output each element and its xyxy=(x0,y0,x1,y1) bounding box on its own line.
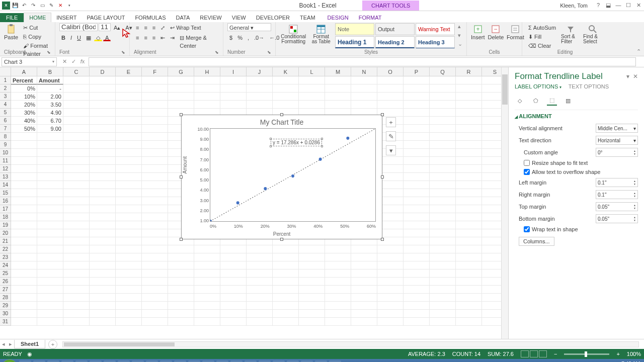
cell[interactable] xyxy=(377,84,404,93)
cell[interactable] xyxy=(456,245,482,253)
cell[interactable] xyxy=(90,93,116,101)
align-bottom-icon[interactable]: ≡ xyxy=(150,23,157,31)
cell[interactable] xyxy=(220,318,247,326)
cell[interactable] xyxy=(325,294,351,302)
resize-shape-checkbox[interactable] xyxy=(524,160,530,166)
column-header[interactable]: R xyxy=(456,67,482,76)
cell[interactable] xyxy=(116,261,142,269)
styles-more-icon[interactable]: ⌄ xyxy=(458,41,462,47)
cell[interactable]: 3.50 xyxy=(37,101,63,109)
cell[interactable] xyxy=(90,310,116,318)
bottom-margin-spinner[interactable]: 0.05"▲▼ xyxy=(596,214,638,223)
cell[interactable] xyxy=(63,101,90,109)
cell[interactable] xyxy=(11,245,37,253)
cell[interactable] xyxy=(430,84,456,93)
cell[interactable] xyxy=(90,84,116,93)
cell[interactable] xyxy=(90,269,116,278)
cell[interactable] xyxy=(430,157,456,165)
cell[interactable] xyxy=(63,261,90,269)
column-header[interactable]: N xyxy=(351,67,377,76)
cell[interactable] xyxy=(430,149,456,157)
ribbon-options-icon[interactable]: ⬓ xyxy=(605,2,612,9)
cell[interactable] xyxy=(37,205,63,213)
cell[interactable] xyxy=(11,318,37,326)
help-icon[interactable]: ? xyxy=(595,2,602,9)
qat-customize-icon[interactable]: ▾ xyxy=(65,2,73,10)
clear-button[interactable]: ⌫ Clear xyxy=(526,41,558,49)
cell[interactable] xyxy=(456,310,482,318)
cell[interactable] xyxy=(90,189,116,197)
cell[interactable] xyxy=(247,245,273,253)
name-box[interactable]: Chart 3▾ xyxy=(2,57,57,66)
chart-icon[interactable]: ▥ xyxy=(563,96,573,106)
cell[interactable] xyxy=(116,237,142,245)
cell[interactable] xyxy=(168,245,194,253)
row-header[interactable]: 15 xyxy=(0,189,11,197)
cell[interactable] xyxy=(273,310,299,318)
cell[interactable] xyxy=(351,278,377,286)
cell[interactable] xyxy=(142,84,168,93)
cell[interactable] xyxy=(142,221,168,229)
styles-scroll-down-icon[interactable]: ▾ xyxy=(458,32,462,39)
wrap-text-button[interactable]: ↩ Wrap Text xyxy=(168,23,203,31)
cell[interactable] xyxy=(11,261,37,269)
cell[interactable] xyxy=(142,237,168,245)
cell[interactable] xyxy=(142,149,168,157)
column-header[interactable]: M xyxy=(325,67,351,76)
cell[interactable] xyxy=(90,133,116,141)
cell[interactable] xyxy=(247,76,273,84)
cell[interactable] xyxy=(11,229,37,237)
cell[interactable] xyxy=(456,84,482,93)
cell[interactable] xyxy=(299,76,325,84)
cell[interactable] xyxy=(325,286,351,294)
cell[interactable] xyxy=(142,189,168,197)
tab-view[interactable]: VIEW xyxy=(227,13,251,22)
cell[interactable] xyxy=(142,213,168,221)
cell[interactable] xyxy=(430,302,456,310)
cell[interactable] xyxy=(220,302,247,310)
align-middle-icon[interactable]: ≡ xyxy=(142,23,149,31)
cell[interactable] xyxy=(63,76,90,84)
row-header[interactable]: 5 xyxy=(0,109,11,117)
cell[interactable]: Amount xyxy=(37,76,63,84)
cell[interactable] xyxy=(430,221,456,229)
row-header[interactable]: 2 xyxy=(0,84,11,93)
comma-icon[interactable]: , xyxy=(246,33,251,41)
cell[interactable] xyxy=(456,157,482,165)
cell[interactable] xyxy=(351,101,377,109)
insert-function-icon[interactable]: fx xyxy=(78,58,87,65)
cell[interactable] xyxy=(168,76,194,84)
indent-dec-icon[interactable]: ⇤ xyxy=(158,33,167,41)
cell[interactable] xyxy=(90,157,116,165)
column-header[interactable]: J xyxy=(247,67,273,76)
cell[interactable] xyxy=(37,157,63,165)
align-left-icon[interactable]: ≡ xyxy=(134,33,141,41)
cell[interactable]: - xyxy=(37,84,63,93)
chart-filters-button[interactable]: ▾ xyxy=(386,145,396,155)
cell[interactable] xyxy=(377,310,404,318)
cell[interactable] xyxy=(456,189,482,197)
cell[interactable] xyxy=(37,310,63,318)
cell[interactable] xyxy=(456,109,482,117)
cell[interactable] xyxy=(116,157,142,165)
cell[interactable] xyxy=(11,133,37,141)
cell[interactable] xyxy=(220,245,247,253)
align-top-icon[interactable]: ≡ xyxy=(134,23,141,31)
horizontal-scrollbar[interactable] xyxy=(62,341,639,347)
cell[interactable] xyxy=(116,221,142,229)
cell[interactable] xyxy=(37,229,63,237)
cell[interactable] xyxy=(273,286,299,294)
cell[interactable] xyxy=(273,261,299,269)
column-header[interactable]: A xyxy=(11,67,37,76)
tab-review[interactable]: REVIEW xyxy=(195,13,226,22)
cell[interactable] xyxy=(11,286,37,294)
column-header[interactable]: O xyxy=(377,67,404,76)
chart-title[interactable]: My Chart Title xyxy=(182,115,382,126)
close-icon[interactable]: ✕ xyxy=(635,2,642,9)
cell[interactable] xyxy=(430,173,456,181)
cell[interactable] xyxy=(116,149,142,157)
currency-icon[interactable]: $ xyxy=(227,33,234,41)
cell[interactable] xyxy=(142,93,168,101)
cell[interactable] xyxy=(456,125,482,133)
cell[interactable] xyxy=(116,165,142,173)
